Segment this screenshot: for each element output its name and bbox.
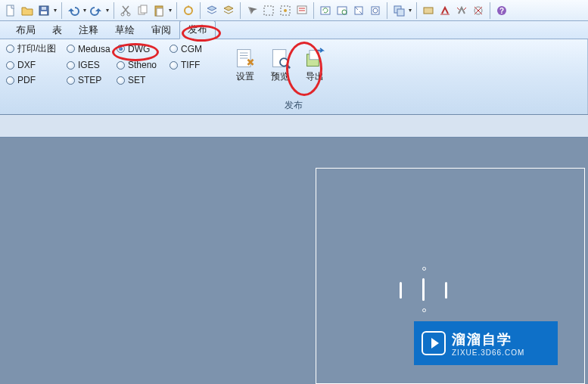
format-radio-pdf[interactable]: PDF [6, 75, 64, 85]
svg-line-31 [287, 65, 290, 68]
menu-tab-3[interactable]: 草绘 [107, 21, 143, 39]
ribbon-publish: 打印/出图MedusaDWGCGMDXFIGESSthenoTIFFPDFSTE… [0, 39, 588, 115]
format-radio-label: CGM [181, 44, 202, 54]
select-box-button[interactable] [260, 2, 277, 19]
new-file-button[interactable] [2, 2, 19, 19]
redo-button[interactable] [88, 2, 104, 19]
repaint-button[interactable] [334, 2, 350, 19]
export-button[interactable]: 导出 [301, 45, 328, 85]
format-radio-stheno[interactable]: Stheno [117, 60, 166, 70]
help-button[interactable]: ? [493, 2, 510, 19]
format-radio-label: Medusa [78, 44, 110, 54]
menu-tabs: 布局表注释草绘审阅发布 [0, 21, 588, 39]
format-radio-label: DWG [128, 44, 150, 54]
svg-rect-3 [42, 7, 46, 10]
fit-button[interactable] [350, 2, 367, 19]
svg-text:?: ? [499, 7, 504, 15]
cut-icon [120, 5, 132, 17]
format-radio-tiff[interactable]: TIFF [170, 60, 212, 70]
radio-dot-icon [6, 45, 14, 53]
export-icon [304, 48, 325, 69]
format-radio-dxf[interactable]: DXF [6, 60, 64, 70]
toolbar-separator [61, 2, 62, 19]
layers-icon [206, 5, 218, 17]
radio-dot-icon [67, 61, 75, 70]
format-radio-label: SET [128, 75, 145, 85]
find-button[interactable] [244, 2, 260, 19]
menu-tab-1[interactable]: 表 [44, 21, 70, 39]
tool-b-icon [439, 5, 451, 17]
format-radio-label: 打印/出图 [17, 42, 56, 55]
select-box-icon [263, 5, 275, 17]
select-chain-button[interactable] [277, 2, 294, 19]
refresh-view-button[interactable] [317, 2, 334, 19]
layers2-button[interactable] [220, 2, 237, 19]
menu-tab-4[interactable]: 审阅 [143, 21, 179, 39]
tool-d-icon [472, 5, 484, 17]
window-dropdown[interactable]: ▾ [407, 7, 413, 14]
window-button[interactable] [390, 2, 407, 19]
radio-dot-icon [170, 61, 178, 70]
format-radio-dwg[interactable]: DWG [117, 42, 166, 55]
settings-label: 设置 [236, 70, 254, 83]
menu-tab-5[interactable]: 发布 [179, 20, 216, 39]
paste-dropdown[interactable]: ▾ [167, 7, 173, 14]
paste-icon [153, 5, 165, 17]
radio-dot-icon [67, 76, 75, 85]
toolbar-separator [176, 2, 177, 19]
redo-dropdown[interactable]: ▾ [104, 7, 110, 14]
save-button[interactable] [36, 2, 52, 19]
format-radio-label: STEP [78, 75, 101, 85]
tool-b-button[interactable] [437, 2, 453, 19]
radio-dot-icon [117, 45, 125, 53]
cut-button[interactable] [117, 2, 134, 19]
format-radio-打印/出图[interactable]: 打印/出图 [6, 42, 64, 55]
preview-button[interactable]: 预览 [266, 45, 294, 85]
format-radio-label: TIFF [181, 60, 200, 70]
refresh-view-icon [319, 5, 331, 17]
menu-tab-2[interactable]: 注释 [70, 21, 107, 39]
svg-point-10 [185, 7, 192, 14]
radio-dot-icon [67, 45, 75, 53]
menu-tab-0[interactable]: 布局 [8, 21, 44, 39]
preview-icon [269, 48, 291, 69]
settings-icon [235, 48, 256, 69]
svg-rect-2 [41, 11, 47, 14]
regenerate-button[interactable] [180, 2, 197, 19]
watermark-title: 溜溜自学 [452, 330, 524, 348]
format-radio-cgm[interactable]: CGM [170, 42, 212, 55]
tool-c-icon [456, 5, 468, 17]
format-radio-set[interactable]: SET [117, 75, 166, 85]
layers-button[interactable] [204, 2, 220, 19]
undo-dropdown[interactable]: ▾ [82, 7, 88, 14]
svg-rect-14 [297, 6, 306, 14]
save-dropdown[interactable]: ▾ [52, 7, 58, 14]
tool-d-button[interactable] [470, 2, 487, 19]
window-icon [393, 5, 405, 17]
svg-rect-33 [310, 51, 319, 60]
undo-button[interactable] [65, 2, 82, 19]
toolbar-separator [416, 2, 417, 19]
format-radio-label: Stheno [128, 60, 157, 70]
radio-dot-icon [6, 76, 14, 85]
svg-point-13 [284, 9, 287, 12]
format-radio-medusa[interactable]: Medusa [67, 42, 114, 55]
svg-rect-23 [424, 8, 433, 14]
svg-rect-7 [141, 5, 147, 13]
format-radio-step[interactable]: STEP [67, 75, 114, 85]
format-radio-label: PDF [17, 75, 36, 85]
undo-icon [67, 5, 79, 17]
paste-button[interactable] [151, 2, 167, 19]
open-button[interactable] [19, 2, 36, 19]
filter-button[interactable] [294, 2, 310, 19]
settings-button[interactable]: 设置 [232, 45, 259, 85]
format-radio-iges[interactable]: IGES [67, 60, 114, 70]
ribbon-group-label: 发布 [0, 99, 587, 112]
tool-a-button[interactable] [420, 2, 437, 19]
tool-c-button[interactable] [453, 2, 470, 19]
copy-button[interactable] [134, 2, 151, 19]
play-icon [422, 331, 446, 355]
main-toolbar: ▾▾▾▾▾? [0, 0, 588, 21]
fit2-button[interactable] [367, 2, 384, 19]
find-icon [246, 5, 258, 17]
